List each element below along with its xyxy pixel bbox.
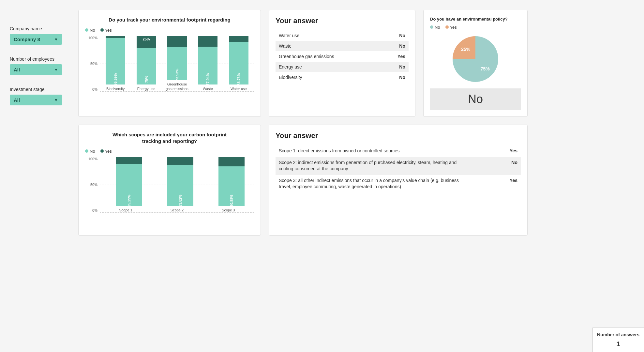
pie-legend-no: No bbox=[430, 25, 440, 30]
bar-stack: 25%75% bbox=[137, 36, 156, 85]
table-row: Water useNo bbox=[276, 30, 409, 41]
number-of-answers-box: Number of answers 1 bbox=[592, 328, 644, 352]
y2-label-50: 50% bbox=[85, 183, 97, 187]
bar-container: 25%75% bbox=[137, 36, 156, 85]
y-label-50: 50% bbox=[85, 62, 97, 66]
bar-yes-segment bbox=[218, 157, 245, 166]
bar-stack: 85.29% bbox=[116, 157, 142, 206]
employees-value: All bbox=[14, 67, 20, 72]
investment-filter: Investment stage All ▼ bbox=[10, 87, 65, 105]
bar-x-label: Greenhousegas emissions bbox=[164, 82, 190, 91]
bar-no-segment: 86.76% bbox=[229, 42, 248, 84]
yes-dot bbox=[100, 28, 104, 32]
employees-select[interactable]: All ▼ bbox=[10, 64, 62, 75]
y2-label-0: 0% bbox=[85, 208, 97, 212]
bar-stack: 77.94% bbox=[198, 36, 217, 85]
pie-no-dot bbox=[430, 25, 433, 29]
bar-group: 95.59%Biodiversity bbox=[100, 36, 131, 91]
bar-no-segment: 80.88% bbox=[218, 166, 245, 206]
bar-group: 85.29%Scope 1 bbox=[100, 157, 151, 212]
y-label-0: 0% bbox=[85, 87, 97, 91]
bar-x-label: Scope 2 bbox=[164, 208, 190, 212]
pie-no-label: 75% bbox=[481, 66, 490, 71]
chart2-yes-dot bbox=[100, 149, 104, 153]
chart1-title: Do you track your environmental footprin… bbox=[85, 17, 254, 23]
table-row: Scope 2: indirect emissions from generat… bbox=[276, 157, 521, 175]
y-axis-1: 100% 50% 0% bbox=[85, 36, 97, 108]
pie-title: Do you have an environmental policy? bbox=[430, 17, 521, 22]
bar-group: 86.76%Water use bbox=[223, 36, 254, 91]
company-name-select[interactable]: Company 8 ▼ bbox=[10, 34, 62, 45]
answer2-card: Your answer Scope 1: direct emissions fr… bbox=[269, 125, 528, 236]
bar-yes-segment bbox=[167, 157, 193, 165]
answer2-table: Scope 1: direct emissions from owned or … bbox=[276, 145, 521, 193]
bar-x-label: Scope 1 bbox=[113, 208, 139, 212]
answer1-table: Water useNoWasteNoGreenhouse gas emissio… bbox=[276, 30, 409, 83]
chart1-legend: No Yes bbox=[85, 28, 254, 33]
bar-container: 77.94% bbox=[198, 36, 217, 85]
pie-legend-yes: Yes bbox=[445, 25, 457, 30]
bar-no-label: 95.59% bbox=[113, 73, 117, 85]
pie-container: 75%25% bbox=[430, 33, 521, 85]
bar-yes-label: 25% bbox=[143, 37, 150, 41]
bar-no-label: 85.29% bbox=[127, 194, 131, 207]
bar-no-segment: 75% bbox=[137, 48, 156, 84]
bar-x-label: Scope 3 bbox=[215, 208, 241, 212]
sidebar: Company name Company 8 ▼ Number of emplo… bbox=[0, 0, 75, 352]
answer1-title: Your answer bbox=[276, 17, 409, 25]
bar-no-label: 80.88% bbox=[230, 194, 233, 207]
bar-stack: 95.59% bbox=[106, 36, 125, 85]
chart2-legend-no: No bbox=[85, 149, 95, 154]
legend-yes-item: Yes bbox=[100, 28, 112, 33]
bar-yes-segment bbox=[229, 36, 248, 42]
environmental-footprint-chart-card: Do you track your environmental footprin… bbox=[78, 10, 261, 117]
bar-container: 86.76% bbox=[229, 36, 248, 85]
table-row: Greenhouse gas emissionsYes bbox=[276, 51, 409, 62]
employees-label: Number of employees bbox=[10, 56, 65, 62]
chart2-no-dot bbox=[85, 149, 88, 153]
no-dot bbox=[85, 28, 88, 32]
bar-stack: 80.88% bbox=[218, 157, 245, 206]
chart2-legend: No Yes bbox=[85, 149, 254, 154]
y-axis-2: 100% 50% 0% bbox=[85, 157, 97, 229]
bar-yes-segment bbox=[106, 36, 125, 38]
y-label-100: 100% bbox=[85, 36, 97, 40]
bar-yes-segment: 25% bbox=[137, 36, 156, 48]
chevron-down-icon-3: ▼ bbox=[54, 98, 58, 102]
bar-no-label: 83.82% bbox=[178, 194, 182, 207]
chevron-down-icon: ▼ bbox=[54, 37, 58, 42]
bar-no-segment: 95.59% bbox=[106, 38, 125, 84]
pie-yes-label: 25% bbox=[461, 47, 471, 52]
bar-group: 83.82%Scope 2 bbox=[151, 157, 202, 212]
bar-stack: 73.53% bbox=[167, 36, 187, 80]
bar-x-label: Water use bbox=[226, 86, 252, 91]
pie-chart-card: Do you have an environmental policy? No … bbox=[423, 10, 528, 117]
bar-no-segment: 85.29% bbox=[116, 164, 142, 206]
bar-no-label: 73.53% bbox=[175, 69, 179, 81]
content-area: Do you track your environmental footprin… bbox=[75, 0, 644, 352]
bar-yes-segment bbox=[116, 157, 142, 164]
company-name-value: Company 8 bbox=[14, 37, 40, 42]
chart1-bars: 100% 50% 0% 95.59%Biodiversity25%75%Ener… bbox=[85, 36, 254, 108]
bar-container: 73.53% bbox=[167, 36, 187, 80]
answer2-title: Your answer bbox=[276, 131, 521, 140]
carbon-footprint-chart-card: Which scopes are included your carbon fo… bbox=[78, 125, 261, 236]
company-name-label: Company name bbox=[10, 26, 65, 31]
bar-container: 80.88% bbox=[218, 157, 238, 206]
bar-no-label: 77.94% bbox=[206, 73, 210, 85]
employees-filter: Number of employees All ▼ bbox=[10, 56, 65, 75]
bar-no-segment: 77.94% bbox=[198, 47, 217, 85]
chart2-title: Which scopes are included your carbon fo… bbox=[85, 131, 254, 144]
grid-line-2-bot bbox=[100, 212, 254, 213]
table-row: Energy useNo bbox=[276, 62, 409, 72]
bar-no-label: 86.76% bbox=[237, 73, 241, 85]
chevron-down-icon-2: ▼ bbox=[54, 68, 58, 72]
table-row: BiodiversityNo bbox=[276, 72, 409, 83]
investment-select[interactable]: All ▼ bbox=[10, 95, 62, 105]
bar-yes-segment bbox=[198, 36, 217, 47]
chart2-legend-yes: Yes bbox=[100, 149, 112, 154]
noa-value: 1 bbox=[597, 340, 640, 348]
pie-legend: No Yes bbox=[430, 25, 521, 30]
bar-group: 80.88%Scope 3 bbox=[203, 157, 254, 212]
noa-title: Number of answers bbox=[597, 332, 640, 338]
